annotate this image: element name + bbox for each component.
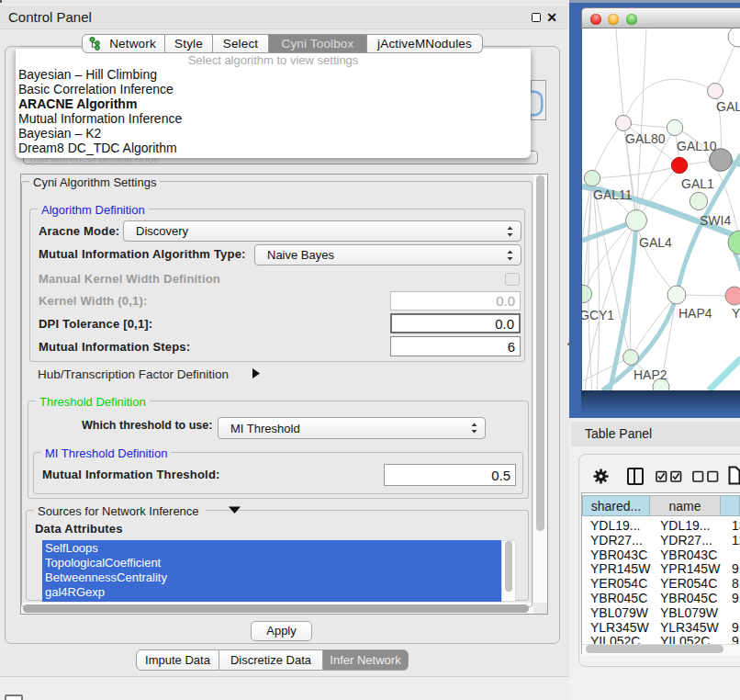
svg-text:GAL1: GAL1 <box>681 176 714 191</box>
svg-text:GAL7: GAL7 <box>716 99 740 114</box>
svg-text:YM: YM <box>732 306 740 321</box>
svg-text:GAL4: GAL4 <box>639 235 672 250</box>
svg-text:GCY1: GCY1 <box>581 308 614 322</box>
svg-text:HAP4: HAP4 <box>678 306 712 321</box>
svg-text:HAP2: HAP2 <box>633 367 667 382</box>
svg-text:SWI4: SWI4 <box>700 213 731 228</box>
svg-text:GAL11: GAL11 <box>593 187 633 202</box>
svg-text:GAL80: GAL80 <box>625 131 666 146</box>
svg-text:GAL10: GAL10 <box>677 139 717 153</box>
